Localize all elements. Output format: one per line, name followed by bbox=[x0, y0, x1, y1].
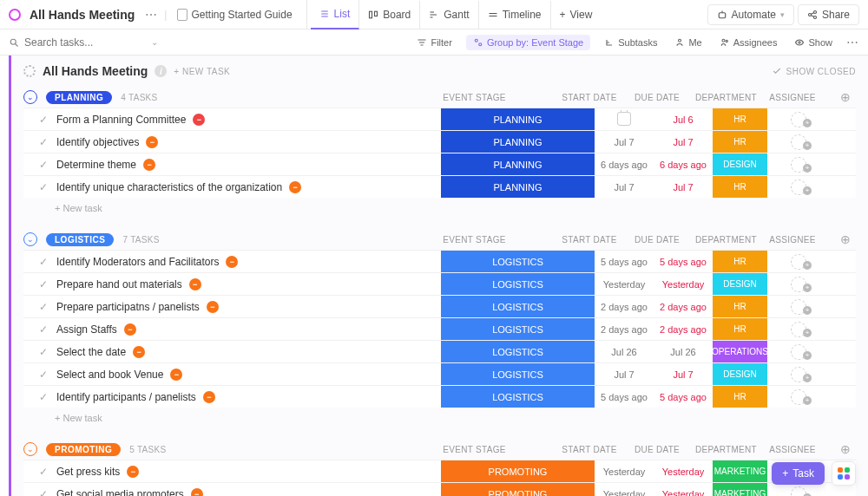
assignee-cell[interactable]: + bbox=[767, 157, 835, 173]
task-checkbox[interactable]: ✓ bbox=[32, 301, 55, 313]
assignee-cell[interactable]: + bbox=[767, 134, 835, 150]
search-input[interactable] bbox=[24, 36, 111, 49]
priority-tag-icon[interactable]: − bbox=[127, 466, 139, 478]
start-date-cell[interactable]: Jul 7 bbox=[595, 369, 654, 380]
assignee-cell[interactable]: + bbox=[767, 254, 835, 270]
task-checkbox[interactable]: ✓ bbox=[32, 256, 55, 268]
priority-tag-icon[interactable]: − bbox=[189, 278, 201, 290]
department-cell[interactable]: HR bbox=[713, 251, 767, 272]
show-closed-toggle[interactable]: SHOW CLOSED bbox=[772, 66, 856, 76]
stage-cell[interactable]: LOGISTICS bbox=[441, 363, 595, 385]
priority-tag-icon[interactable]: − bbox=[203, 391, 215, 403]
assignee-cell[interactable]: + bbox=[767, 486, 835, 497]
task-row[interactable]: ✓ Identify unique characteristics of the… bbox=[23, 175, 856, 198]
task-name[interactable]: Determine theme − bbox=[55, 159, 441, 171]
due-date-cell[interactable]: 2 days ago bbox=[654, 302, 713, 312]
due-date-cell[interactable]: Jul 7 bbox=[654, 137, 713, 147]
start-date-cell[interactable]: Jul 7 bbox=[595, 182, 654, 193]
due-date-cell[interactable]: Yesterday bbox=[654, 279, 713, 290]
show-button[interactable]: Show bbox=[791, 36, 836, 49]
stage-cell[interactable]: LOGISTICS bbox=[441, 273, 595, 295]
stage-cell[interactable]: LOGISTICS bbox=[441, 251, 595, 272]
start-date-cell[interactable]: Jul 7 bbox=[595, 137, 654, 147]
priority-tag-icon[interactable]: − bbox=[193, 114, 205, 126]
task-checkbox[interactable]: ✓ bbox=[32, 136, 55, 148]
task-row[interactable]: ✓ Get press kits − PROMOTING Yesterday Y… bbox=[23, 460, 856, 482]
task-row[interactable]: ✓ Prepare hand out materials − LOGISTICS… bbox=[23, 272, 856, 295]
assignee-cell[interactable]: + bbox=[767, 344, 835, 360]
assignee-cell[interactable]: + bbox=[767, 179, 835, 195]
view-tab-board[interactable]: Board bbox=[359, 1, 420, 29]
due-date-cell[interactable]: 5 days ago bbox=[654, 392, 713, 402]
new-task-row[interactable]: + New task bbox=[23, 408, 856, 423]
task-row[interactable]: ✓ Identify participants / panelists − LO… bbox=[23, 385, 856, 408]
start-date-cell[interactable]: Yesterday bbox=[595, 467, 654, 477]
assignee-cell[interactable]: + bbox=[767, 299, 835, 315]
stage-cell[interactable]: PLANNING bbox=[441, 108, 595, 130]
apps-button[interactable] bbox=[832, 461, 856, 486]
add-column-button[interactable]: ⊕ bbox=[835, 90, 856, 104]
add-column-button[interactable]: ⊕ bbox=[835, 442, 856, 456]
stage-cell[interactable]: LOGISTICS bbox=[441, 386, 595, 408]
stage-cell[interactable]: PROMOTING bbox=[441, 483, 595, 496]
start-date-cell[interactable]: Yesterday bbox=[595, 279, 654, 290]
task-name[interactable]: Form a Planning Committee − bbox=[55, 114, 441, 126]
department-cell[interactable]: HR bbox=[713, 386, 767, 408]
group-collapse-toggle[interactable]: ⌄ bbox=[23, 232, 37, 246]
view-tab-timeline[interactable]: Timeline bbox=[479, 1, 551, 29]
task-row[interactable]: ✓ Select the date − LOGISTICS Jul 26 Jul… bbox=[23, 340, 856, 362]
task-checkbox[interactable]: ✓ bbox=[32, 488, 55, 497]
task-checkbox[interactable]: ✓ bbox=[32, 159, 55, 171]
priority-tag-icon[interactable]: − bbox=[226, 256, 238, 268]
stage-cell[interactable]: PLANNING bbox=[441, 131, 595, 153]
department-cell[interactable]: MARKETING bbox=[713, 460, 767, 482]
priority-tag-icon[interactable]: − bbox=[207, 301, 219, 313]
priority-tag-icon[interactable]: − bbox=[146, 136, 158, 148]
task-row[interactable]: ✓ Determine theme − PLANNING 6 days ago … bbox=[23, 153, 856, 175]
doc-link[interactable]: Getting Started Guide bbox=[170, 6, 299, 23]
priority-tag-icon[interactable]: − bbox=[191, 488, 203, 497]
search-box[interactable]: ⌄ bbox=[9, 36, 158, 49]
start-date-cell[interactable]: Yesterday bbox=[595, 489, 654, 497]
priority-tag-icon[interactable]: − bbox=[124, 323, 136, 336]
new-task-fab[interactable]: + Task bbox=[772, 462, 825, 485]
task-name[interactable]: Get press kits − bbox=[55, 466, 441, 478]
assignee-cell[interactable]: + bbox=[767, 367, 835, 382]
assignee-cell[interactable]: + bbox=[767, 112, 835, 127]
department-cell[interactable]: HR bbox=[713, 108, 767, 130]
start-date-cell[interactable]: 5 days ago bbox=[595, 257, 654, 267]
start-date-cell[interactable]: Jul 26 bbox=[595, 347, 654, 357]
view-tab-list[interactable]: List bbox=[311, 0, 360, 29]
stage-cell[interactable]: LOGISTICS bbox=[441, 296, 595, 317]
task-checkbox[interactable]: ✓ bbox=[32, 346, 55, 358]
task-checkbox[interactable]: ✓ bbox=[32, 466, 55, 478]
department-cell[interactable]: HR bbox=[713, 176, 767, 198]
task-checkbox[interactable]: ✓ bbox=[32, 114, 55, 126]
due-date-cell[interactable]: 5 days ago bbox=[654, 257, 713, 267]
automate-button[interactable]: Automate ▾ bbox=[707, 4, 794, 25]
start-date-cell[interactable]: 5 days ago bbox=[595, 392, 654, 402]
add-column-button[interactable]: ⊕ bbox=[835, 232, 856, 246]
department-cell[interactable]: HR bbox=[713, 296, 767, 317]
due-date-cell[interactable]: Jul 7 bbox=[654, 182, 713, 193]
view-tab-gantt[interactable]: Gantt bbox=[420, 1, 478, 29]
priority-tag-icon[interactable]: − bbox=[143, 159, 155, 171]
due-date-cell[interactable]: Jul 7 bbox=[654, 369, 713, 380]
department-cell[interactable]: DESIGN bbox=[713, 153, 767, 175]
task-name[interactable]: Identify objectives − bbox=[55, 136, 441, 148]
due-date-cell[interactable]: 6 days ago bbox=[654, 160, 713, 170]
start-date-cell[interactable] bbox=[595, 112, 654, 127]
group-badge[interactable]: LOGISTICS bbox=[46, 233, 114, 246]
assignee-cell[interactable]: + bbox=[767, 322, 835, 337]
chevron-down-icon[interactable]: ⌄ bbox=[151, 37, 158, 47]
stage-cell[interactable]: LOGISTICS bbox=[441, 341, 595, 362]
department-cell[interactable]: OPERATIONS bbox=[713, 341, 767, 362]
task-checkbox[interactable]: ✓ bbox=[32, 391, 55, 403]
stage-cell[interactable]: PROMOTING bbox=[441, 460, 595, 482]
task-name[interactable]: Select the date − bbox=[55, 346, 441, 358]
assignee-cell[interactable]: + bbox=[767, 277, 835, 292]
task-checkbox[interactable]: ✓ bbox=[32, 323, 55, 336]
task-row[interactable]: ✓ Form a Planning Committee − PLANNING J… bbox=[23, 108, 856, 130]
assignees-button[interactable]: Assignees bbox=[716, 36, 781, 49]
stage-cell[interactable]: LOGISTICS bbox=[441, 318, 595, 340]
